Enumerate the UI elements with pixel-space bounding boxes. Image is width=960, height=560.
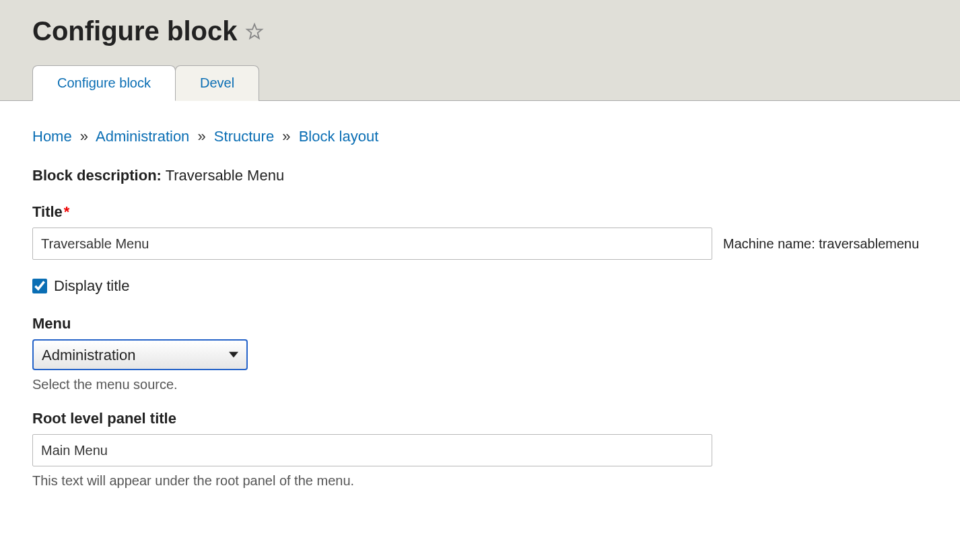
block-description-line: Block description: Traversable Menu bbox=[32, 167, 944, 184]
breadcrumb-separator: » bbox=[80, 128, 88, 145]
page-title: Configure block bbox=[32, 16, 944, 46]
tab-label: Devel bbox=[200, 75, 234, 90]
breadcrumb-separator: » bbox=[282, 128, 290, 145]
page-title-text: Configure block bbox=[32, 16, 237, 46]
title-input[interactable] bbox=[32, 228, 712, 260]
display-title-row: Display title bbox=[32, 277, 944, 295]
required-mark: * bbox=[64, 203, 70, 220]
root-panel-title-row: Root level panel title This text will ap… bbox=[32, 410, 944, 489]
root-panel-title-label: Root level panel title bbox=[32, 410, 944, 427]
machine-name-value: traversablemenu bbox=[819, 236, 919, 251]
tabs: Configure block Devel bbox=[32, 65, 944, 101]
root-panel-title-help: This text will appear under the root pan… bbox=[32, 473, 944, 489]
machine-name-hint: Machine name: traversablemenu bbox=[723, 236, 919, 252]
tab-configure-block[interactable]: Configure block bbox=[32, 65, 176, 101]
block-description-value: Traversable Menu bbox=[166, 167, 284, 184]
display-title-checkbox[interactable] bbox=[32, 279, 47, 293]
breadcrumb-administration[interactable]: Administration bbox=[96, 128, 189, 145]
breadcrumb: Home » Administration » Structure » Bloc… bbox=[32, 128, 944, 145]
block-description-label: Block description: bbox=[32, 167, 162, 184]
content-region: Home » Administration » Structure » Bloc… bbox=[0, 101, 960, 533]
display-title-label[interactable]: Display title bbox=[54, 277, 129, 295]
tab-devel[interactable]: Devel bbox=[175, 65, 259, 101]
title-label: Title* bbox=[32, 203, 944, 221]
header-region: Configure block Configure block Devel bbox=[0, 0, 960, 101]
tab-label: Configure block bbox=[57, 75, 151, 90]
title-field-row: Title* Machine name: traversablemenu bbox=[32, 203, 944, 260]
menu-help-text: Select the menu source. bbox=[32, 377, 944, 392]
svg-marker-0 bbox=[247, 24, 262, 38]
breadcrumb-home[interactable]: Home bbox=[32, 128, 72, 145]
breadcrumb-block-layout[interactable]: Block layout bbox=[299, 128, 379, 145]
menu-select[interactable]: Administration bbox=[32, 339, 248, 370]
breadcrumb-separator: » bbox=[197, 128, 205, 145]
menu-field-row: Menu Administration Select the menu sour… bbox=[32, 315, 944, 392]
menu-label: Menu bbox=[32, 315, 944, 332]
root-panel-title-input[interactable] bbox=[32, 434, 712, 466]
breadcrumb-structure[interactable]: Structure bbox=[214, 128, 274, 145]
star-icon[interactable] bbox=[245, 22, 264, 41]
title-label-text: Title bbox=[32, 203, 63, 220]
machine-name-label: Machine name: bbox=[723, 236, 815, 251]
